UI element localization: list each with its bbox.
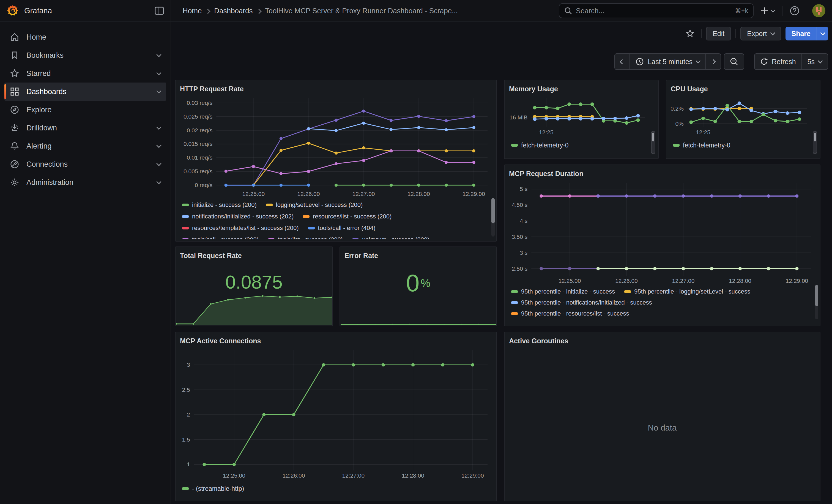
sidebar-item-bookmarks[interactable]: Bookmarks bbox=[4, 46, 166, 64]
sidebar-item-dashboards[interactable]: Dashboards bbox=[4, 82, 166, 101]
sidebar-item-connections[interactable]: Connections bbox=[4, 155, 166, 173]
svg-text:0.005 req/s: 0.005 req/s bbox=[183, 168, 212, 175]
legend-item[interactable]: unknown - success (200) bbox=[352, 236, 430, 239]
sidebar-item-label: Home bbox=[26, 33, 161, 42]
sidebar-item-home[interactable]: Home bbox=[4, 28, 166, 46]
search-input[interactable]: Search... ⌘+k bbox=[559, 3, 754, 18]
chevron-down-icon[interactable] bbox=[156, 143, 161, 148]
breadcrumb-dashboards[interactable]: Dashboards bbox=[214, 7, 253, 15]
legend-item[interactable]: 95th percentile - logging/setLevel - suc… bbox=[624, 288, 750, 295]
sidebar-item-drilldown[interactable]: Drilldown bbox=[4, 119, 166, 137]
sidebar-item-label: Explore bbox=[26, 106, 161, 114]
panel-title: Error Rate bbox=[344, 250, 492, 261]
panel-title: Memory Usage bbox=[509, 83, 654, 95]
sidebar-item-label: Starred bbox=[26, 69, 150, 78]
dock-sidebar-icon[interactable] bbox=[152, 4, 166, 17]
dashboards-grid-icon bbox=[10, 87, 19, 96]
panel-http-request-rate: HTTP Request Rate 12:25:0012:26:0012:27:… bbox=[175, 80, 497, 242]
refresh-button[interactable]: Refresh bbox=[754, 53, 802, 70]
svg-text:12:28:00: 12:28:00 bbox=[408, 191, 430, 197]
svg-text:12:27:00: 12:27:00 bbox=[672, 277, 695, 284]
legend-item[interactable]: 95th percentile - notifications/initiali… bbox=[511, 299, 652, 306]
sidebar-item-administration[interactable]: Administration bbox=[4, 173, 166, 191]
star-dashboard-button[interactable] bbox=[683, 27, 697, 40]
legend-item[interactable]: resources/templates/list - success (200) bbox=[182, 224, 299, 232]
divider bbox=[782, 6, 782, 16]
edit-button[interactable]: Edit bbox=[706, 27, 731, 41]
legend-scrollbar[interactable] bbox=[813, 131, 817, 154]
zoom-out-icon[interactable] bbox=[724, 53, 744, 70]
svg-text:0.02 req/s: 0.02 req/s bbox=[187, 127, 212, 133]
dashboard-actions: Edit Export Share bbox=[683, 26, 828, 41]
legend-item[interactable]: initialize - success (200) bbox=[182, 202, 257, 209]
legend-item[interactable]: resources/list - success (200) bbox=[303, 213, 391, 220]
share-button[interactable]: Share bbox=[785, 27, 816, 41]
svg-text:5 s: 5 s bbox=[520, 186, 527, 192]
sidebar-item-starred[interactable]: Starred bbox=[4, 64, 166, 82]
legend-item[interactable]: - (streamable-http) bbox=[182, 485, 244, 493]
svg-text:12:29:00: 12:29:00 bbox=[786, 277, 808, 284]
panel-title: MCP Active Connections bbox=[180, 335, 492, 347]
legend-item[interactable]: 95th percentile - initialize - success bbox=[511, 288, 615, 295]
svg-text:16 MiB: 16 MiB bbox=[510, 114, 527, 121]
refresh-interval-picker[interactable]: 5s bbox=[802, 53, 828, 70]
legend-item[interactable]: 95th percentile - resources/list - succe… bbox=[511, 310, 629, 317]
legend-item[interactable]: fetch-telemetry-0 bbox=[673, 142, 730, 149]
sidebar-item-explore[interactable]: Explore bbox=[4, 101, 166, 119]
sidebar-item-alerting[interactable]: Alerting bbox=[4, 137, 166, 155]
svg-text:3.50 s: 3.50 s bbox=[512, 234, 527, 240]
panel-mcp-request-duration: MCP Request Duration 12:25:0012:26:0012:… bbox=[504, 164, 821, 326]
breadcrumb-separator-icon bbox=[257, 7, 261, 15]
drilldown-icon bbox=[10, 123, 19, 133]
memory-legend: fetch-telemetry-0 bbox=[509, 139, 654, 152]
time-range-picker[interactable]: Last 5 minutes bbox=[630, 53, 706, 70]
share-dropdown-button[interactable] bbox=[816, 27, 828, 41]
compass-icon bbox=[10, 105, 19, 114]
add-new-button[interactable] bbox=[758, 5, 777, 17]
error-rate-sparkline bbox=[341, 319, 496, 325]
legend-item[interactable]: notifications/initialized - success (202… bbox=[182, 213, 293, 220]
svg-text:4 s: 4 s bbox=[520, 218, 527, 224]
sidebar-item-label: Connections bbox=[26, 160, 150, 169]
svg-text:2: 2 bbox=[187, 411, 190, 418]
legend-scrollbar[interactable] bbox=[815, 285, 818, 319]
legend-item[interactable]: tools/list - success (200) bbox=[268, 236, 343, 239]
svg-text:12:25:00: 12:25:00 bbox=[223, 472, 245, 479]
user-avatar[interactable] bbox=[812, 4, 825, 17]
svg-text:0.2%: 0.2% bbox=[671, 105, 684, 112]
chevron-down-icon[interactable] bbox=[156, 125, 161, 130]
legend-scrollbar[interactable] bbox=[491, 198, 495, 237]
memory-usage-chart: 12:2516 MiB bbox=[509, 95, 649, 136]
export-button[interactable]: Export bbox=[740, 27, 781, 41]
svg-text:1.5: 1.5 bbox=[182, 436, 190, 443]
http-legend: initialize - success (200) logging/setLe… bbox=[180, 199, 492, 239]
svg-text:12:29:00: 12:29:00 bbox=[463, 191, 485, 197]
svg-text:12:28:00: 12:28:00 bbox=[729, 277, 751, 284]
time-back-button[interactable] bbox=[614, 53, 630, 70]
svg-text:0.015 req/s: 0.015 req/s bbox=[183, 140, 212, 147]
gear-icon bbox=[10, 178, 19, 187]
app-title: Grafana bbox=[24, 6, 147, 15]
legend-item[interactable]: 95th percentile - resources/templates/li… bbox=[511, 321, 657, 321]
svg-text:12:26:00: 12:26:00 bbox=[297, 191, 320, 197]
svg-text:12:27:00: 12:27:00 bbox=[353, 191, 375, 197]
breadcrumb-current: ToolHive MCP Server & Proxy Runner Dashb… bbox=[265, 7, 458, 15]
svg-text:3 s: 3 s bbox=[520, 249, 527, 256]
chevron-down-icon[interactable] bbox=[156, 88, 161, 93]
time-forward-button[interactable] bbox=[706, 53, 721, 70]
help-icon[interactable] bbox=[787, 4, 802, 18]
legend-scrollbar[interactable] bbox=[651, 131, 655, 154]
legend-item[interactable]: fetch-telemetry-0 bbox=[511, 142, 569, 149]
legend-item[interactable]: logging/setLevel - success (200) bbox=[266, 202, 363, 209]
svg-text:0%: 0% bbox=[675, 121, 683, 127]
legend-item[interactable]: tools/call - success (200) bbox=[182, 236, 259, 239]
legend-item[interactable]: tools/call - error (404) bbox=[308, 224, 375, 232]
grafana-logo-icon[interactable] bbox=[7, 5, 19, 17]
chevron-down-icon[interactable] bbox=[156, 70, 161, 75]
chevron-down-icon[interactable] bbox=[156, 179, 161, 184]
svg-text:12:26:00: 12:26:00 bbox=[283, 472, 305, 479]
chevron-down-icon[interactable] bbox=[156, 52, 161, 57]
svg-text:2.50 s: 2.50 s bbox=[512, 265, 527, 272]
breadcrumb-home[interactable]: Home bbox=[183, 7, 202, 15]
chevron-down-icon[interactable] bbox=[156, 161, 161, 166]
